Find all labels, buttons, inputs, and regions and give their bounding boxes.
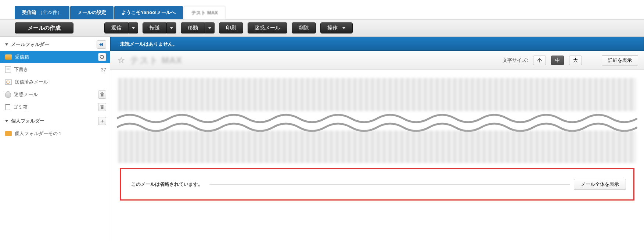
sidebar: メールフォルダー 受信箱 下書き 37 送信済みメール 迷惑メール — [0, 37, 110, 241]
sidebar-item-drafts[interactable]: 下書き 37 — [0, 63, 110, 76]
trash-icon — [100, 104, 104, 110]
empty-spam-button[interactable] — [98, 91, 106, 99]
move-dropdown[interactable] — [205, 22, 215, 33]
truncation-wave-icon — [117, 111, 637, 132]
folder-open-icon — [5, 54, 12, 60]
action-group: 操作 — [320, 22, 353, 33]
sidebar-item-sent[interactable]: 送信済みメール — [0, 76, 110, 88]
expand-icon[interactable] — [5, 43, 8, 46]
no-unread-banner: 未読メールはありません。 — [110, 37, 644, 51]
forward-dropdown[interactable] — [167, 22, 176, 33]
fontsize-label: 文字サイズ: — [503, 57, 528, 64]
sidebar-item-trash[interactable]: ゴミ箱 — [0, 101, 110, 113]
action-label: 操作 — [327, 25, 338, 31]
forward-group: 転送 — [143, 22, 176, 33]
chevron-down-icon — [132, 27, 135, 29]
star-icon[interactable] — [118, 57, 125, 64]
move-button[interactable]: 移動 — [181, 22, 205, 33]
show-detail-button[interactable]: 詳細を表示 — [602, 55, 638, 65]
fontsize-medium-button[interactable]: 中 — [551, 56, 564, 65]
mail-body-blurred — [118, 131, 636, 163]
chevron-down-icon — [170, 27, 173, 29]
tab-inbox-count: （全22件） — [38, 10, 62, 15]
chevron-left-double-icon — [100, 43, 103, 46]
reply-dropdown[interactable] — [129, 22, 138, 33]
print-button[interactable]: 印刷 — [219, 22, 243, 33]
reply-group: 返信 — [104, 22, 138, 33]
sidebar-header-label: 個人フォルダー — [11, 118, 44, 124]
drafts-count: 37 — [101, 67, 106, 72]
truncation-label: このメールは省略されています。 — [128, 181, 206, 188]
document-icon — [5, 66, 11, 73]
chevron-down-icon — [342, 27, 346, 29]
sidebar-header-mail[interactable]: メールフォルダー — [0, 38, 110, 51]
sidebar-item-label: ゴミ箱 — [13, 104, 28, 110]
expand-icon[interactable] — [5, 120, 8, 122]
sidebar-item-label: 下書き — [14, 66, 28, 73]
move-group: 移動 — [181, 22, 215, 33]
tab-inbox[interactable]: 受信箱 （全22件） — [15, 6, 69, 19]
tab-inbox-label: 受信箱 — [22, 10, 36, 15]
compose-button[interactable]: メールの作成 — [15, 22, 73, 33]
sidebar-item-label: 受信箱 — [15, 54, 29, 60]
collapse-sidebar-button[interactable] — [97, 40, 106, 49]
subject-row: テスト MAX 文字サイズ: 小 中 大 詳細を表示 — [110, 51, 644, 70]
sidebar-item-label: 個人フォルダーその１ — [15, 130, 62, 137]
mail-body: このメールは省略されています。 メール全体を表示 — [110, 70, 644, 212]
tab-settings[interactable]: メールの設定 — [70, 6, 114, 19]
bin-icon — [5, 104, 10, 110]
truncation-notice: このメールは省略されています。 メール全体を表示 — [120, 168, 634, 201]
sidebar-item-inbox[interactable]: 受信箱 — [0, 51, 110, 63]
chevron-down-icon — [208, 27, 212, 29]
delete-button[interactable]: 削除 — [292, 22, 316, 33]
main-content: 未読メールはありません。 テスト MAX 文字サイズ: 小 中 大 詳細を表示 … — [110, 37, 644, 241]
shield-icon — [5, 91, 11, 98]
show-full-mail-button[interactable]: メール全体を表示 — [574, 179, 626, 190]
mail-body-blurred — [118, 78, 636, 111]
fontsize-large-button[interactable]: 大 — [569, 56, 582, 65]
sidebar-item-personal1[interactable]: 個人フォルダーその１ — [0, 127, 110, 140]
empty-trash-button[interactable] — [98, 103, 106, 111]
reply-button[interactable]: 返信 — [104, 22, 129, 33]
mail-subject: テスト MAX — [130, 54, 182, 66]
refresh-button[interactable] — [98, 53, 106, 61]
folder-icon — [5, 131, 12, 136]
sidebar-item-label: 迷惑メール — [14, 91, 38, 98]
divider — [209, 184, 570, 185]
spam-button[interactable]: 迷惑メール — [248, 22, 287, 33]
trash-icon — [100, 92, 104, 97]
add-folder-button[interactable]: ＋ — [98, 117, 106, 125]
refresh-icon — [100, 54, 105, 60]
sidebar-item-spam[interactable]: 迷惑メール — [0, 88, 110, 101]
tab-welcome[interactable]: ようこそYahoo!メールへ — [114, 6, 183, 19]
sidebar-item-label: 送信済みメール — [15, 79, 48, 85]
toolbar: メールの作成 返信 転送 移動 印刷 迷惑メール 削除 操作 — [0, 19, 644, 37]
forward-button[interactable]: 転送 — [143, 22, 167, 33]
fontsize-small-button[interactable]: 小 — [533, 56, 546, 65]
sidebar-header-label: メールフォルダー — [11, 41, 49, 48]
tab-extra[interactable]: テスト MAX — [184, 6, 226, 19]
sent-icon — [5, 79, 12, 85]
sidebar-header-personal[interactable]: 個人フォルダー ＋ — [0, 115, 110, 127]
action-button[interactable]: 操作 — [320, 22, 353, 33]
tab-bar: 受信箱 （全22件） メールの設定 ようこそYahoo!メールへ テスト MAX — [0, 0, 644, 19]
